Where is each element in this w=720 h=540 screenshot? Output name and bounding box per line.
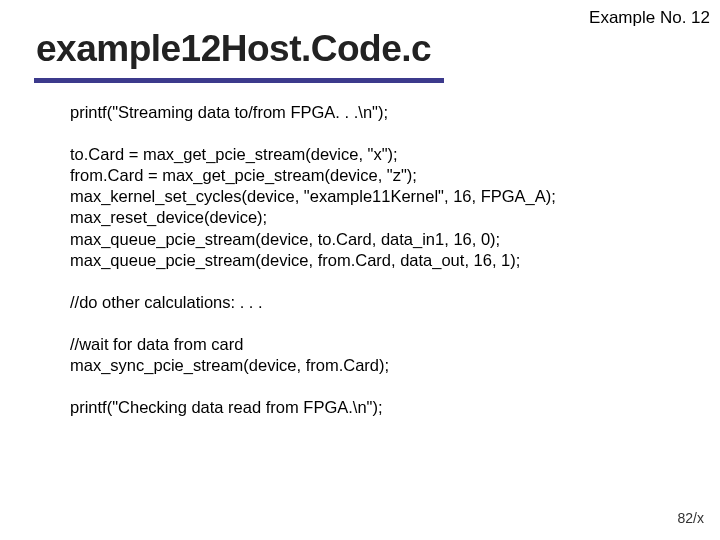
code-line: //wait for data from card: [70, 334, 680, 355]
code-section-3: //do other calculations: . . .: [70, 292, 680, 313]
code-line: //do other calculations: . . .: [70, 292, 680, 313]
code-line: max_reset_device(device);: [70, 207, 680, 228]
code-section-1: printf("Streaming data to/from FPGA. . .…: [70, 102, 680, 123]
code-line: max_queue_pcie_stream(device, from.Card,…: [70, 250, 680, 271]
code-line: from.Card = max_get_pcie_stream(device, …: [70, 165, 680, 186]
code-section-4: //wait for data from card max_sync_pcie_…: [70, 334, 680, 376]
page-title: example12Host.Code.c: [36, 28, 431, 70]
title-underline: [34, 78, 444, 83]
code-line: to.Card = max_get_pcie_stream(device, "x…: [70, 144, 680, 165]
code-line: max_sync_pcie_stream(device, from.Card);: [70, 355, 680, 376]
code-section-5: printf("Checking data read from FPGA.\n"…: [70, 397, 680, 418]
code-block: printf("Streaming data to/from FPGA. . .…: [70, 102, 680, 418]
code-line: printf("Checking data read from FPGA.\n"…: [70, 397, 680, 418]
example-number: Example No. 12: [589, 8, 710, 28]
code-line: printf("Streaming data to/from FPGA. . .…: [70, 102, 680, 123]
page-number: 82/x: [678, 510, 704, 526]
code-line: max_queue_pcie_stream(device, to.Card, d…: [70, 229, 680, 250]
code-line: max_kernel_set_cycles(device, "example11…: [70, 186, 680, 207]
code-section-2: to.Card = max_get_pcie_stream(device, "x…: [70, 144, 680, 271]
